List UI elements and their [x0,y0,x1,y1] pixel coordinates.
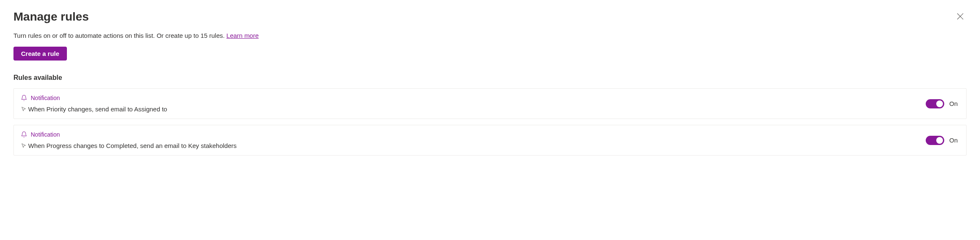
learn-more-link[interactable]: Learn more [226,32,259,39]
bell-icon [21,131,27,138]
rule-toggle[interactable] [926,99,944,108]
rules-available-heading: Rules available [13,74,967,82]
cursor-arrow-icon [21,106,27,112]
create-rule-button[interactable]: Create a rule [13,47,67,61]
toggle-state-label: On [949,100,958,107]
rule-type-text: Notification [31,131,60,138]
cursor-arrow-icon [21,143,27,149]
rule-toggle[interactable] [926,136,944,145]
rule-type-label: Notification [21,95,167,101]
page-description: Turn rules on or off to automate actions… [13,32,967,39]
page-title: Manage rules [13,10,89,24]
rule-card[interactable]: Notification When Progress changes to Co… [13,125,967,156]
bell-icon [21,95,27,101]
rule-type-text: Notification [31,95,60,101]
rule-card[interactable]: Notification When Priority changes, send… [13,88,967,119]
rule-description: When Priority changes, send email to Ass… [28,105,167,113]
description-text: Turn rules on or off to automate actions… [13,32,226,39]
rule-type-label: Notification [21,131,236,138]
close-button[interactable] [954,10,967,23]
close-icon [956,13,964,20]
rule-description: When Progress changes to Completed, send… [28,142,236,149]
toggle-state-label: On [949,137,958,144]
